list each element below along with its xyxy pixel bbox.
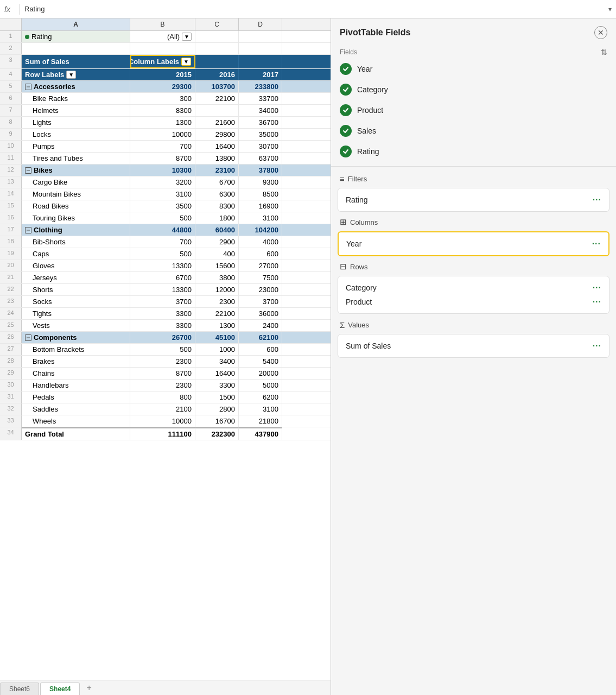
- cell-b[interactable]: 111100: [130, 427, 195, 440]
- cell-d[interactable]: 62100: [239, 332, 282, 343]
- cell-c[interactable]: 6700: [195, 176, 239, 188]
- sort-icon[interactable]: ⇅: [601, 48, 607, 56]
- cell-b[interactable]: 500: [130, 248, 195, 260]
- cell-a[interactable]: Jerseys: [22, 272, 130, 283]
- cell-b[interactable]: 13300: [130, 260, 195, 271]
- field-checkbox[interactable]: [340, 104, 352, 116]
- cell-d[interactable]: 2017: [239, 69, 282, 80]
- cell-d[interactable]: 23000: [239, 284, 282, 295]
- cell-a[interactable]: [22, 43, 130, 54]
- cell-d[interactable]: 35000: [239, 129, 282, 140]
- cell-c[interactable]: 29800: [195, 129, 239, 140]
- field-item[interactable]: Product: [331, 100, 616, 121]
- row-filter-button[interactable]: ▼: [66, 71, 76, 79]
- cell-c[interactable]: 45100: [195, 332, 239, 343]
- cell-c[interactable]: 22100: [195, 308, 239, 319]
- cell-d[interactable]: 20000: [239, 368, 282, 379]
- cell-d[interactable]: 5400: [239, 356, 282, 367]
- cell-a[interactable]: Rating: [22, 31, 130, 42]
- cell-d[interactable]: 63700: [239, 153, 282, 164]
- cell-a[interactable]: Touring Bikes: [22, 212, 130, 224]
- field-item[interactable]: Category: [331, 79, 616, 100]
- cell-b[interactable]: 10000: [130, 129, 195, 140]
- cell-d[interactable]: 6200: [239, 391, 282, 403]
- field-checkbox[interactable]: [340, 125, 352, 137]
- cell-b[interactable]: 13300: [130, 284, 195, 295]
- cell-b[interactable]: 700: [130, 141, 195, 152]
- cell-c[interactable]: 12000: [195, 284, 239, 295]
- cell-b[interactable]: 3100: [130, 188, 195, 200]
- cell-a[interactable]: Helmets: [22, 105, 130, 116]
- cell-b[interactable]: [130, 43, 195, 54]
- cell-c[interactable]: 1300: [195, 320, 239, 331]
- cell-d[interactable]: 9300: [239, 176, 282, 188]
- cell-b[interactable]: 8700: [130, 153, 195, 164]
- cell-b[interactable]: 6700: [130, 272, 195, 283]
- cell-d[interactable]: 27000: [239, 260, 282, 271]
- cell-c[interactable]: 1000: [195, 344, 239, 355]
- rows-zone-item[interactable]: Category···: [345, 281, 602, 295]
- cell-a[interactable]: Tires and Tubes: [22, 153, 130, 164]
- cell-b[interactable]: 2300: [130, 356, 195, 367]
- pivot-close-button[interactable]: ✕: [594, 26, 607, 39]
- field-checkbox[interactable]: [340, 63, 352, 75]
- cell-b[interactable]: 3200: [130, 176, 195, 188]
- cell-a[interactable]: Wheels: [22, 415, 130, 427]
- cell-c[interactable]: 22100: [195, 93, 239, 104]
- cell-c[interactable]: 103700: [195, 81, 239, 92]
- cell-a[interactable]: Saddles: [22, 403, 130, 415]
- cell-a[interactable]: Pedals: [22, 391, 130, 403]
- cell-c[interactable]: 1500: [195, 391, 239, 403]
- cell-b[interactable]: 3300: [130, 308, 195, 319]
- cell-c[interactable]: [195, 43, 239, 54]
- cell-b[interactable]: 2100: [130, 403, 195, 415]
- cell-d[interactable]: 36000: [239, 308, 282, 319]
- cell-c[interactable]: 3800: [195, 272, 239, 283]
- cell-c[interactable]: 2800: [195, 403, 239, 415]
- cell-a[interactable]: Bib-Shorts: [22, 236, 130, 248]
- rating-filter-button[interactable]: ▼: [182, 33, 192, 41]
- cell-c[interactable]: 2900: [195, 236, 239, 248]
- cell-a[interactable]: Vests: [22, 320, 130, 331]
- cell-b[interactable]: 500: [130, 212, 195, 224]
- values-zone-dots[interactable]: ···: [593, 341, 601, 351]
- cell-d[interactable]: 600: [239, 344, 282, 355]
- rows-zone-item[interactable]: Product···: [345, 295, 602, 309]
- cell-b[interactable]: 10300: [130, 165, 195, 176]
- cell-c[interactable]: 3400: [195, 356, 239, 367]
- cell-a[interactable]: Sum of Sales: [22, 55, 130, 68]
- field-item[interactable]: Sales: [331, 121, 616, 141]
- field-checkbox[interactable]: [340, 84, 352, 96]
- cell-b[interactable]: 3300: [130, 320, 195, 331]
- cell-b[interactable]: 800: [130, 391, 195, 403]
- collapse-icon[interactable]: [25, 84, 31, 90]
- cell-b[interactable]: (All)▼: [130, 31, 195, 42]
- cell-d[interactable]: 37800: [239, 165, 282, 176]
- cell-a[interactable]: Bike Racks: [22, 93, 130, 104]
- cell-b[interactable]: 10000: [130, 415, 195, 427]
- cell-d[interactable]: 437900: [239, 427, 282, 440]
- cell-b[interactable]: 2300: [130, 380, 195, 391]
- cell-d[interactable]: 7500: [239, 272, 282, 283]
- sheet-add-button[interactable]: +: [81, 681, 97, 695]
- col-header-d[interactable]: D: [239, 18, 282, 30]
- cell-c[interactable]: 3300: [195, 380, 239, 391]
- cell-d[interactable]: 4000: [239, 236, 282, 248]
- columns-zone-item[interactable]: Year···: [345, 237, 602, 251]
- cell-b[interactable]: 3700: [130, 296, 195, 307]
- cell-c[interactable]: 232300: [195, 427, 239, 440]
- cell-d[interactable]: 16900: [239, 200, 282, 212]
- cell-c[interactable]: 16400: [195, 368, 239, 379]
- cell-b[interactable]: 29300: [130, 81, 195, 92]
- cell-c[interactable]: 1800: [195, 212, 239, 224]
- cell-d[interactable]: 3100: [239, 403, 282, 415]
- col-label-filter-button[interactable]: ▼: [181, 58, 191, 66]
- cell-d[interactable]: [239, 55, 282, 68]
- cell-b[interactable]: 2015: [130, 69, 195, 80]
- cell-a[interactable]: Pumps: [22, 141, 130, 152]
- cell-b[interactable]: 1300: [130, 117, 195, 128]
- cell-b[interactable]: 700: [130, 236, 195, 248]
- cell-d[interactable]: 33700: [239, 93, 282, 104]
- cell-a[interactable]: Components: [22, 332, 130, 343]
- cell-a[interactable]: Handlebars: [22, 380, 130, 391]
